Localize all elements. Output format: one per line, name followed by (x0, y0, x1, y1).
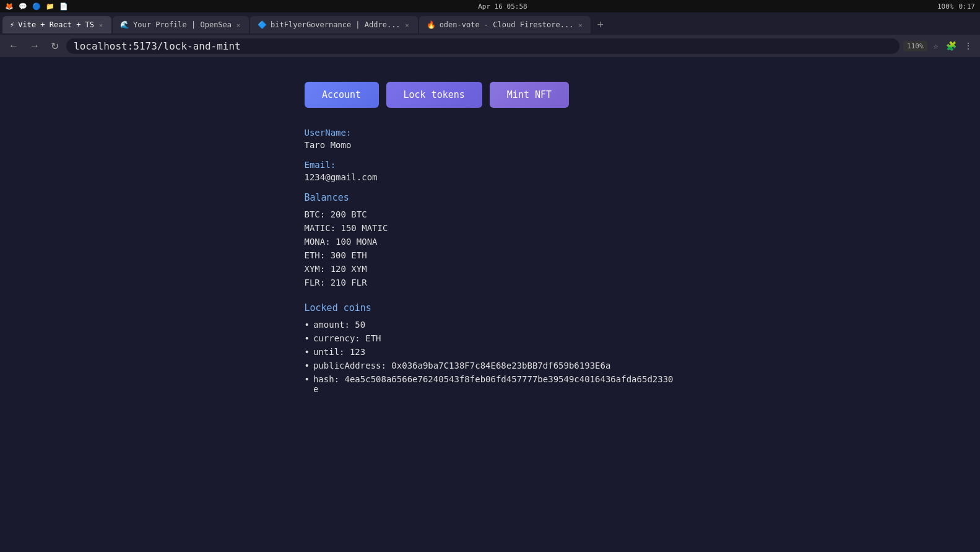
system-bar-left: 🦊 💬 🔵 📁 📄 (5, 2, 68, 11)
tab-label-oden: oden-vote - Cloud Firestore... (440, 20, 574, 29)
tab-favicon-bitflyer: 🔷 (258, 20, 267, 29)
back-button[interactable]: ← (5, 40, 22, 51)
browser-chrome: ⚡ Vite + React + TS ✕ 🌊 Your Profile | O… (0, 12, 980, 57)
folder-icon[interactable]: 📁 (46, 2, 54, 11)
email-label: Email: (305, 160, 676, 170)
balances-list: BTC: 200 BTC MATIC: 150 MATIC MONA: 100 … (305, 209, 676, 287)
firefox-icon[interactable]: 🦊 (5, 2, 14, 11)
tab-favicon-oden: 🔥 (427, 20, 436, 29)
account-button[interactable]: Account (305, 82, 379, 108)
locked-amount-text: amount: 50 (313, 320, 365, 330)
locked-currency: currency: ETH (305, 333, 676, 343)
tab-favicon-opensea: 🌊 (120, 20, 129, 29)
locked-currency-text: currency: ETH (313, 333, 381, 343)
locked-public-address: publicAddress: 0x036a9ba7C138F7c84E68e23… (305, 361, 676, 370)
tab-oden[interactable]: 🔥 oden-vote - Cloud Firestore... ✕ (419, 16, 591, 33)
username-value: Taro Momo (305, 140, 676, 150)
address-text: localhost:5173/lock-and-mint (74, 40, 241, 52)
zoom-level: 110% (903, 41, 927, 51)
locked-until-text: until: 123 (313, 347, 365, 357)
locked-amount: amount: 50 (305, 320, 676, 330)
balance-xym: XYM: 120 XYM (305, 264, 676, 274)
locked-coins-title: Locked coins (305, 302, 676, 313)
balances-title: Balances (305, 192, 676, 203)
balance-matic: MATIC: 150 MATIC (305, 223, 676, 233)
battery-indicator: 100% (937, 2, 954, 11)
balance-eth: ETH: 300 ETH (305, 250, 676, 260)
locked-until: until: 123 (305, 347, 676, 357)
tab-label-bitflyer: bitFlyerGovernance | Addre... (271, 20, 401, 29)
system-datetime: Apr 16 05:58 (478, 2, 527, 11)
tab-close-oden[interactable]: ✕ (577, 22, 583, 28)
tab-label-opensea: Your Profile | OpenSea (133, 20, 232, 29)
tab-close-vite[interactable]: ✕ (98, 22, 104, 28)
locked-hash: hash: 4ea5c508a6566e76240543f8feb06fd457… (305, 374, 676, 394)
nav-buttons: Account Lock tokens Mint NFT (305, 82, 676, 108)
extensions-icon[interactable]: 🧩 (943, 41, 959, 51)
system-bar: 🦊 💬 🔵 📁 📄 Apr 16 05:58 100% 0:17 (0, 0, 980, 12)
forward-button[interactable]: → (26, 40, 43, 51)
mint-nft-button[interactable]: Mint NFT (490, 82, 569, 108)
email-value: 1234@gmail.com (305, 172, 676, 182)
main-container: Account Lock tokens Mint NFT UserName: T… (305, 82, 676, 527)
tab-bitflyer[interactable]: 🔷 bitFlyerGovernance | Addre... ✕ (250, 16, 418, 33)
new-tab-button[interactable]: + (592, 19, 609, 32)
balance-mona: MONA: 100 MONA (305, 237, 676, 247)
system-bar-right: 100% 0:17 (937, 2, 975, 11)
tab-close-opensea[interactable]: ✕ (235, 22, 241, 28)
discord-icon[interactable]: 💬 (19, 2, 27, 11)
locked-public-address-text: publicAddress: 0x036a9ba7C138F7c84E68e23… (313, 361, 610, 370)
page-content: Account Lock tokens Mint NFT UserName: T… (0, 57, 980, 552)
tab-close-bitflyer[interactable]: ✕ (404, 22, 410, 28)
tab-bar: ⚡ Vite + React + TS ✕ 🌊 Your Profile | O… (0, 12, 980, 35)
star-icon[interactable]: ☆ (931, 41, 941, 51)
locked-coins-list: amount: 50 currency: ETH until: 123 publ… (305, 320, 676, 394)
address-bar[interactable]: localhost:5173/lock-and-mint (66, 38, 900, 54)
nav-bar: ← → ↻ localhost:5173/lock-and-mint 110% … (0, 35, 980, 57)
username-label: UserName: (305, 128, 676, 138)
balance-flr: FLR: 210 FLR (305, 278, 676, 287)
tab-label-vite: Vite + React + TS (18, 20, 94, 29)
reload-button[interactable]: ↻ (47, 40, 63, 52)
lock-tokens-button[interactable]: Lock tokens (386, 82, 482, 108)
files-icon[interactable]: 📄 (59, 2, 68, 11)
balance-btc: BTC: 200 BTC (305, 209, 676, 219)
time-display: 0:17 (958, 2, 975, 11)
tab-opensea[interactable]: 🌊 Your Profile | OpenSea ✕ (113, 16, 249, 33)
vscode-icon[interactable]: 🔵 (32, 2, 41, 11)
tab-vite[interactable]: ⚡ Vite + React + TS ✕ (2, 16, 111, 33)
nav-icons: ☆ 🧩 ⋮ (931, 41, 975, 51)
tab-favicon-vite: ⚡ (10, 20, 14, 29)
locked-hash-text: hash: 4ea5c508a6566e76240543f8feb06fd457… (313, 374, 676, 394)
menu-icon[interactable]: ⋮ (961, 41, 975, 51)
